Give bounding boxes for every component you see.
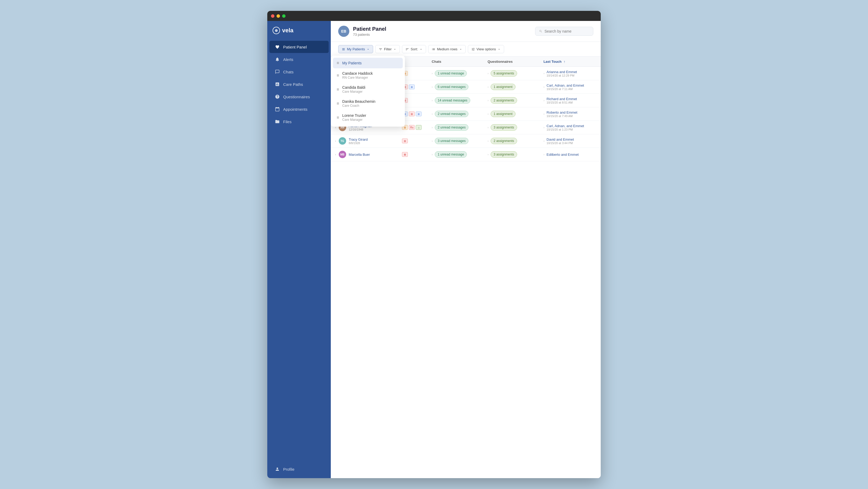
- folder-icon: [275, 119, 280, 124]
- quest-badge[interactable]: 3 assignments: [491, 151, 517, 157]
- questionnaire-cell: › 3 assignments: [488, 124, 535, 131]
- sidebar-item-patient-panel[interactable]: Patient Panel: [270, 41, 329, 53]
- patient-name[interactable]: Tracy Girard: [349, 138, 368, 141]
- chat-badge[interactable]: 6 unread messages: [435, 84, 468, 90]
- sidebar-item-label-appointments: Appointments: [283, 107, 308, 112]
- last-touch-names: Edilberto and Emmet: [547, 152, 579, 156]
- quest-expand-arrow[interactable]: ›: [488, 85, 489, 88]
- last-touch-cell: › Arianna and Emmet 10/14/20 at 12:29 PM: [544, 70, 596, 77]
- questionnaire-cell: › 3 assignments: [488, 151, 535, 157]
- maximize-button[interactable]: [282, 14, 285, 18]
- last-touch-arrow[interactable]: ›: [544, 72, 545, 75]
- dropdown-lorene-role: Care Manager: [342, 118, 366, 122]
- quest-expand-arrow[interactable]: ›: [488, 139, 489, 143]
- quest-badge[interactable]: 1 assignment: [491, 111, 515, 117]
- chevron-down-icon: [367, 48, 370, 51]
- last-touch-time: 10/15/20 at 7:49 AM: [547, 114, 577, 118]
- sort-button[interactable]: Sort:: [402, 45, 426, 53]
- chat-expand-arrow[interactable]: ›: [432, 139, 433, 143]
- my-patients-button[interactable]: My Patients: [338, 45, 373, 53]
- last-touch-info: David and Emmet 10/15/20 at 3:44 PM: [547, 138, 574, 145]
- chat-badge[interactable]: 1 unread message: [435, 151, 467, 157]
- sidebar-item-label-care-paths: Care Paths: [283, 82, 303, 87]
- last-touch-cell: › Carl, Adnan, and Emmet 10/15/20 at 7:1…: [544, 83, 596, 91]
- close-button[interactable]: [271, 14, 274, 18]
- dropdown-item-danika[interactable]: ≡ Danika Beauchemin Care Coach: [333, 96, 403, 111]
- chat-icon: [275, 69, 280, 75]
- last-touch-arrow[interactable]: ›: [544, 99, 545, 102]
- app-window: ⊕ vela Patient Panel: [267, 11, 601, 478]
- quest-badge[interactable]: 1 assignment: [491, 84, 515, 90]
- dropdown-item-candace[interactable]: ≡ Candace Haddock RN Care Manager: [333, 68, 403, 82]
- chat-expand-arrow[interactable]: ›: [432, 72, 433, 75]
- last-touch-arrow[interactable]: ›: [544, 139, 545, 143]
- dropdown-item-my-patients[interactable]: ≡ My Patients: [333, 58, 403, 68]
- my-patients-label: My Patients: [347, 47, 365, 51]
- quest-badge[interactable]: 3 assignments: [491, 124, 517, 131]
- last-touch-names: Carl, Adnan, and Emmet: [547, 124, 584, 128]
- quest-badge[interactable]: 5 assignments: [491, 70, 517, 77]
- last-touch-arrow[interactable]: ›: [544, 85, 545, 88]
- rows-icon: [432, 48, 435, 51]
- expand-arrow[interactable]: ›: [335, 153, 336, 156]
- expand-arrow[interactable]: ›: [335, 139, 336, 143]
- patient-dob: 12/16/1948: [349, 128, 372, 131]
- chat-badge[interactable]: 14 unread messages: [435, 97, 470, 104]
- dropdown-candace-role: RN Care Manager: [342, 76, 373, 80]
- chat-badge[interactable]: 3 unread messages: [435, 138, 468, 144]
- sidebar-item-alerts[interactable]: Alerts: [270, 53, 329, 65]
- quest-expand-arrow[interactable]: ›: [488, 126, 489, 129]
- last-touch-info: Carl, Adnan, and Emmet 10/15/20 at 1:23 …: [547, 124, 584, 131]
- chat-expand-arrow[interactable]: ›: [432, 99, 433, 102]
- dropdown-lorene-name: Lorene Trusler: [342, 113, 366, 118]
- dropdown-item-candida[interactable]: ≡ Candida Baldi Care Manager: [333, 82, 403, 96]
- sort-icon: [405, 48, 409, 51]
- last-touch-arrow[interactable]: ›: [544, 126, 545, 129]
- last-touch-arrow[interactable]: ›: [544, 153, 545, 156]
- last-touch-arrow[interactable]: ›: [544, 112, 545, 115]
- sidebar-item-chats[interactable]: Chats: [270, 66, 329, 78]
- quest-expand-arrow[interactable]: ›: [488, 99, 489, 102]
- last-touch-info: Carl, Adnan, and Emmet 10/15/20 at 7:11 …: [547, 83, 584, 91]
- chat-badge[interactable]: 2 unread messages: [435, 124, 468, 131]
- col-header-last-touch[interactable]: Last Touch ↑: [539, 57, 601, 67]
- last-touch-time: 10/14/20 at 12:29 PM: [547, 74, 577, 77]
- chat-badge[interactable]: 1 unread message: [435, 70, 467, 77]
- search-box[interactable]: [535, 27, 593, 36]
- dropdown-item-content-danika: Danika Beauchemin Care Coach: [342, 99, 375, 108]
- chat-badge[interactable]: 2 unread messages: [435, 111, 468, 117]
- quest-expand-arrow[interactable]: ›: [488, 72, 489, 75]
- view-options-button[interactable]: View options: [468, 45, 504, 53]
- sidebar-item-appointments[interactable]: Appointments: [270, 103, 329, 115]
- sidebar-item-care-paths[interactable]: Care Paths: [270, 78, 329, 90]
- toolbar: My Patients Filter: [331, 42, 601, 57]
- flag-badge: ⊞: [409, 112, 415, 116]
- sidebar-item-files[interactable]: Files: [270, 115, 329, 128]
- chat-expand-arrow[interactable]: ›: [432, 85, 433, 88]
- flag-icons: ⊠: [402, 152, 423, 157]
- dropdown-item-lorene[interactable]: ≡ Lorene Trusler Care Manager: [333, 111, 403, 124]
- last-touch-info: Arianna and Emmet 10/14/20 at 12:29 PM: [547, 70, 577, 77]
- last-touch-cell: › Roberto and Emmet 10/15/20 at 7:49 AM: [544, 111, 596, 118]
- dropdown-candida-role: Care Manager: [342, 90, 365, 93]
- chat-expand-arrow[interactable]: ›: [432, 153, 433, 156]
- quest-expand-arrow[interactable]: ›: [488, 153, 489, 156]
- flag-icons: ⊠Rx⌂: [402, 125, 423, 130]
- row-size-button[interactable]: Medium rows: [428, 45, 465, 53]
- search-input[interactable]: [544, 29, 589, 33]
- quest-expand-arrow[interactable]: ›: [488, 112, 489, 115]
- filter-button[interactable]: Filter: [375, 45, 400, 53]
- page-title: Patient Panel: [353, 26, 386, 32]
- chat-cell: › 2 unread messages: [432, 111, 479, 117]
- minimize-button[interactable]: [277, 14, 280, 18]
- filter-chevron-icon: [393, 48, 396, 51]
- chat-expand-arrow[interactable]: ›: [432, 126, 433, 129]
- chat-expand-arrow[interactable]: ›: [432, 112, 433, 115]
- sidebar-item-profile[interactable]: Profile: [270, 463, 329, 475]
- sidebar-bottom: Profile: [267, 463, 331, 478]
- sidebar-item-questionnaires[interactable]: Questionnaires: [270, 91, 329, 103]
- patient-name[interactable]: Marcella Buer: [349, 152, 370, 156]
- view-options-icon: [471, 48, 475, 51]
- quest-badge[interactable]: 2 assignments: [491, 138, 517, 144]
- quest-badge[interactable]: 2 assignments: [491, 97, 517, 104]
